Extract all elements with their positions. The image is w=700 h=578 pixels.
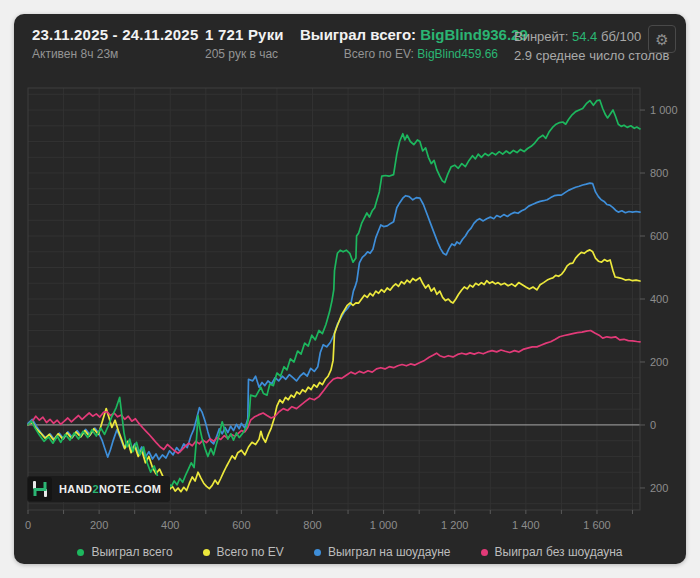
svg-text:800: 800 [650,167,668,179]
gear-icon: ⚙ [655,32,668,47]
ev-total-value: BigBlind459.66 [417,47,498,61]
winrate-unit: бб/100 [601,29,641,44]
legend-item-1[interactable]: Всего по EV [203,545,284,559]
svg-text:1 400: 1 400 [512,519,540,531]
hands-per-hour: 205 рук в час [205,47,284,61]
legend-label: Выиграл всего [91,545,172,559]
svg-text:1 600: 1 600 [583,519,611,531]
hand2note-logo-icon [28,477,52,501]
logo-text-pre: HAND [59,483,92,495]
legend-label: Выиграл на шоудауне [328,545,451,559]
svg-text:200: 200 [650,482,668,494]
svg-text:200: 200 [90,519,108,531]
svg-text:800: 800 [303,519,321,531]
legend-dot-icon [77,549,84,556]
legend-item-3[interactable]: Выиграл без шоудауна [481,545,623,559]
winrate-value: 54.4 [572,29,597,44]
svg-text:1 200: 1 200 [441,519,469,531]
won-total-line: Выиграл всего: BigBlind936.29 [300,26,498,43]
session-stats-panel: 23.11.2025 - 24.11.2025 Активен 8ч 23м 1… [14,14,686,564]
hand2note-watermark: HAND2NOTE.COM [27,476,170,502]
date-range: 23.11.2025 - 24.11.2025 [32,26,198,43]
legend-item-2[interactable]: Выиграл на шоудауне [314,545,451,559]
legend-dot-icon [203,549,210,556]
logo-text-post: NOTE.COM [99,483,161,495]
winrate-label: Винрейт: [514,29,568,44]
session-winrate: Винрейт: 54.4 бб/100 2.9 среднее число с… [514,29,669,63]
series-line-2 [28,183,640,460]
svg-text:600: 600 [232,519,250,531]
svg-text:200: 200 [650,356,668,368]
svg-text:0: 0 [650,419,656,431]
ev-total-line: Всего по EV: BigBlind459.66 [300,47,498,61]
session-winnings: Выиграл всего: BigBlind936.29 Всего по E… [300,26,498,61]
legend-label: Выиграл без шоудауна [495,545,623,559]
legend-dot-icon [481,549,488,556]
ev-total-label: Всего по EV: [344,47,414,61]
series-line-0 [28,100,640,490]
legend-item-0[interactable]: Выиграл всего [77,545,172,559]
avg-tables: 2.9 среднее число столов [514,48,669,63]
svg-text:0: 0 [25,519,31,531]
session-hands: 1 721 Руки 205 рук в час [205,26,284,61]
won-total-label: Выиграл всего: [300,26,416,43]
legend-label: Всего по EV [217,545,284,559]
hand2note-logo-text: HAND2NOTE.COM [59,483,161,495]
session-dates: 23.11.2025 - 24.11.2025 Активен 8ч 23м [32,26,198,61]
won-total-value: BigBlind936.29 [420,26,528,43]
hands-total: 1 721 Руки [205,26,284,43]
svg-text:400: 400 [650,293,668,305]
settings-button[interactable]: ⚙ [648,25,676,53]
winrate-line: Винрейт: 54.4 бб/100 [514,29,669,44]
legend-dot-icon [314,549,321,556]
svg-text:400: 400 [161,519,179,531]
graph-legend: Выиграл всегоВсего по EVВыиграл на шоуда… [14,542,686,562]
svg-text:600: 600 [650,230,668,242]
svg-text:1 000: 1 000 [650,104,678,116]
active-time: Активен 8ч 23м [32,47,198,61]
svg-text:1 000: 1 000 [370,519,398,531]
